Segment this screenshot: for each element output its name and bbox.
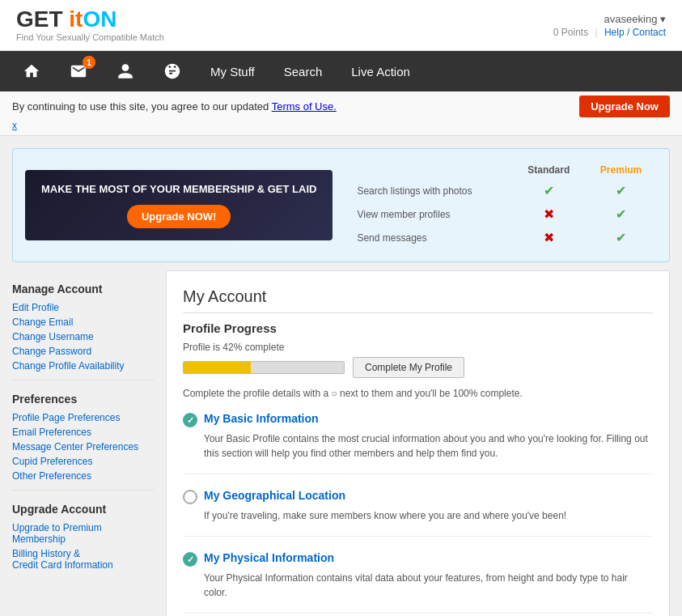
promo-row: View member profiles ✖ ✔	[349, 202, 657, 226]
upgrade-now-button[interactable]: Upgrade Now	[579, 96, 670, 117]
premium-check: ✔	[585, 202, 657, 226]
standard-check: ✔	[512, 179, 585, 202]
section-geo-location: My Geographical Location If you're trave…	[183, 489, 653, 537]
feature-label: Send messages	[349, 226, 512, 249]
divider: |	[595, 27, 597, 38]
progress-text: Profile is 42% complete	[183, 342, 653, 353]
progress-bar-inner	[184, 362, 251, 373]
sidebar-divider-2	[12, 490, 154, 491]
section-desc-basic-info: Your Basic Profile contains the most cru…	[204, 431, 653, 461]
standard-check: ✖	[512, 226, 585, 249]
feature-label: Search listings with photos	[349, 179, 512, 202]
navbar: 1 My Stuff Search Live Action	[0, 51, 682, 91]
feature-label: View member profiles	[349, 202, 512, 226]
header-right: avaseeking ▾ 0 Points | Help / Contact	[553, 13, 666, 38]
sidebar-billing-history[interactable]: Billing History & Credit Card Informatio…	[12, 546, 154, 572]
profile-nav-icon[interactable]	[102, 51, 149, 91]
preferences-title: Preferences	[12, 393, 154, 406]
sidebar-cupid-prefs[interactable]: Cupid Preferences	[12, 454, 154, 469]
promo-row: Send messages ✖ ✔	[349, 226, 657, 249]
content-area: My Account Profile Progress Profile is 4…	[166, 270, 670, 616]
sidebar-change-username[interactable]: Change Username	[12, 329, 154, 344]
sidebar-divider-1	[12, 380, 154, 380]
complete-profile-button[interactable]: Complete My Profile	[353, 357, 464, 378]
col-premium: Premium	[585, 161, 657, 179]
search-nav[interactable]: Search	[269, 51, 337, 91]
promo-left: MAKE THE MOST OF YOUR MEMBERSHIP & GET L…	[25, 170, 333, 240]
sidebar-change-password[interactable]: Change Password	[12, 344, 154, 359]
premium-check: ✔	[585, 226, 657, 249]
promo-upgrade-button[interactable]: Upgrade NOW!	[127, 205, 231, 228]
section-title-link-basic-info[interactable]: My Basic Information	[204, 412, 319, 425]
logo-area: GET itON Find Your Sexually Compatible M…	[16, 8, 164, 42]
section-desc-physical-info: Your Physical Information contains vital…	[204, 571, 653, 600]
sidebar-other-prefs[interactable]: Other Preferences	[12, 469, 154, 483]
user-greeting[interactable]: avaseeking ▾	[553, 13, 666, 25]
site-header: GET itON Find Your Sexually Compatible M…	[0, 0, 682, 51]
progress-bar-outer	[183, 361, 345, 374]
main-layout: Manage Account Edit Profile Change Email…	[12, 270, 670, 616]
points-help: 0 Points | Help / Contact	[553, 27, 666, 38]
complete-instruction: Complete the profile details with a ○ ne…	[183, 388, 653, 399]
page-title: My Account	[183, 287, 653, 313]
emoji-nav-icon[interactable]	[149, 51, 196, 91]
sidebar-email-prefs[interactable]: Email Preferences	[12, 425, 154, 440]
notice-close-link[interactable]: x	[12, 120, 670, 131]
help-contact-link[interactable]: Help / Contact	[604, 27, 666, 38]
my-stuff-nav[interactable]: My Stuff	[196, 51, 269, 91]
sidebar: Manage Account Edit Profile Change Email…	[12, 270, 154, 616]
sidebar-change-email[interactable]: Change Email	[12, 315, 154, 329]
section-physical-info: My Physical Information Your Physical In…	[183, 551, 653, 614]
messages-nav-icon[interactable]: 1	[55, 51, 102, 91]
notice-bar: By continuing to use this site, you agre…	[0, 91, 682, 136]
terms-link[interactable]: Terms of Use.	[272, 100, 337, 113]
profile-sections: My Basic Information Your Basic Profile …	[183, 412, 653, 616]
sidebar-edit-profile[interactable]: Edit Profile	[12, 300, 154, 315]
sidebar-profile-page-prefs[interactable]: Profile Page Preferences	[12, 410, 154, 425]
standard-check: ✖	[512, 202, 585, 226]
sidebar-message-center-prefs[interactable]: Message Center Preferences	[12, 440, 154, 454]
home-nav-icon[interactable]	[8, 51, 55, 91]
live-action-nav[interactable]: Live Action	[337, 51, 425, 91]
logo-tagline: Find Your Sexually Compatible Match	[16, 32, 164, 42]
profile-progress-title: Profile Progress	[183, 321, 653, 335]
manage-account-title: Manage Account	[12, 283, 154, 295]
messages-badge: 1	[83, 56, 95, 69]
section-status-physical-info	[183, 552, 197, 567]
col-standard: Standard	[512, 161, 585, 179]
progress-bar-area: Complete My Profile	[183, 357, 653, 378]
section-title-link-physical-info[interactable]: My Physical Information	[204, 551, 334, 564]
section-desc-geo-location: If you're traveling, make sure members k…	[204, 508, 653, 523]
section-basic-info: My Basic Information Your Basic Profile …	[183, 412, 653, 474]
user-menu-link[interactable]: avaseeking ▾	[604, 13, 666, 25]
sidebar-change-profile-availability[interactable]: Change Profile Availability	[12, 359, 154, 373]
promo-title: MAKE THE MOST OF YOUR MEMBERSHIP & GET L…	[41, 182, 316, 197]
sidebar-upgrade-premium[interactable]: Upgrade to Premium Membership	[12, 520, 154, 546]
premium-check: ✔	[585, 179, 657, 202]
section-title-link-geo-location[interactable]: My Geographical Location	[204, 489, 345, 502]
points-label: 0 Points	[553, 27, 588, 38]
notice-message: By continuing to use this site, you agre…	[12, 100, 269, 113]
section-status-basic-info	[183, 413, 197, 427]
promo-box: MAKE THE MOST OF YOUR MEMBERSHIP & GET L…	[12, 148, 670, 262]
notice-text: By continuing to use this site, you agre…	[12, 100, 337, 113]
upgrade-account-title: Upgrade Account	[12, 503, 154, 516]
section-status-geo-location	[183, 490, 197, 504]
promo-row: Search listings with photos ✔ ✔	[349, 179, 657, 202]
promo-table: Standard Premium Search listings with ph…	[349, 161, 657, 249]
site-logo: GET itON	[16, 8, 164, 31]
